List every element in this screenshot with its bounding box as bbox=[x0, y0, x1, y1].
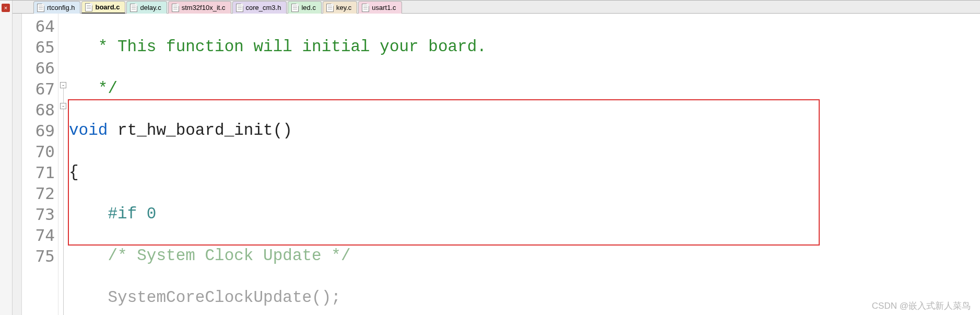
line-number: 70 bbox=[22, 141, 55, 162]
main-area: rtconfig.h board.c delay.c stm32f10x_it.… bbox=[13, 1, 980, 315]
fold-toggle-icon[interactable]: - bbox=[60, 103, 66, 109]
code-text: () bbox=[273, 121, 292, 139]
code-indent bbox=[69, 205, 108, 223]
fold-toggle-icon[interactable]: - bbox=[60, 82, 66, 88]
tab-delay[interactable]: delay.c bbox=[126, 1, 167, 14]
code-text bbox=[108, 121, 117, 139]
tab-label: stm32f10x_it.c bbox=[182, 4, 226, 11]
file-icon bbox=[236, 4, 243, 12]
line-number: 69 bbox=[22, 120, 55, 141]
tab-rtconfig[interactable]: rtconfig.h bbox=[33, 1, 80, 14]
tab-label: usart1.c bbox=[372, 4, 396, 11]
tab-usart1[interactable]: usart1.c bbox=[358, 1, 402, 14]
file-icon bbox=[130, 4, 137, 12]
watermark-text: CSDN @嵌入式新人菜鸟 bbox=[872, 300, 971, 312]
file-icon bbox=[291, 4, 299, 12]
tab-led[interactable]: led.c bbox=[288, 1, 321, 14]
code-disabled: SystemCoreClockUpdate(); bbox=[108, 288, 340, 307]
code-comment: */ bbox=[98, 79, 117, 98]
tab-board[interactable]: board.c bbox=[81, 1, 125, 14]
tab-stm32it[interactable]: stm32f10x_it.c bbox=[168, 1, 231, 14]
tab-label: key.c bbox=[336, 4, 351, 11]
file-icon bbox=[362, 4, 369, 12]
code-identifier: rt_hw_board_init bbox=[117, 121, 273, 139]
line-number: 73 bbox=[22, 204, 55, 225]
tab-label: led.c bbox=[301, 4, 315, 11]
tab-label: rtconfig.h bbox=[47, 4, 75, 11]
editor[interactable]: 64 65 66 67 68 69 70 71 72 73 74 75 - - … bbox=[13, 14, 980, 315]
tab-corecm3[interactable]: core_cm3.h bbox=[232, 1, 287, 14]
line-number: 72 bbox=[22, 183, 55, 204]
tab-label: core_cm3.h bbox=[246, 4, 281, 11]
file-icon bbox=[37, 4, 44, 12]
code-indent bbox=[69, 38, 98, 56]
code-comment: /* System Clock Update */ bbox=[108, 247, 350, 265]
line-number: 65 bbox=[22, 37, 55, 57]
line-number: 64 bbox=[22, 16, 55, 37]
tab-key[interactable]: key.c bbox=[323, 1, 357, 14]
left-gutter: × bbox=[0, 1, 13, 315]
tab-bar: rtconfig.h board.c delay.c stm32f10x_it.… bbox=[13, 1, 980, 14]
code-brace: { bbox=[69, 163, 79, 181]
fold-guide-line bbox=[63, 87, 64, 315]
tab-label: delay.c bbox=[140, 4, 161, 11]
code-indent bbox=[69, 247, 108, 265]
code-indent bbox=[69, 288, 108, 307]
tab-label: board.c bbox=[95, 3, 120, 11]
line-number: 66 bbox=[22, 57, 55, 78]
code-area[interactable]: * This function will initial your board.… bbox=[69, 14, 980, 315]
line-number: 75 bbox=[22, 246, 55, 266]
code-keyword: void bbox=[69, 121, 108, 139]
editor-margin bbox=[13, 14, 22, 315]
file-icon bbox=[85, 3, 92, 11]
line-number: 68 bbox=[22, 99, 55, 120]
app-frame: × rtconfig.h board.c delay.c stm32f10x_i… bbox=[0, 0, 980, 315]
code-indent bbox=[69, 79, 98, 98]
fold-gutter: - - bbox=[58, 14, 69, 315]
line-number: 71 bbox=[22, 162, 55, 183]
line-number-gutter: 64 65 66 67 68 69 70 71 72 73 74 75 bbox=[22, 14, 58, 315]
file-icon bbox=[326, 4, 334, 12]
code-preprocessor: #if 0 bbox=[108, 205, 156, 223]
file-icon bbox=[172, 4, 179, 12]
code-comment: * This function will initial your board. bbox=[98, 38, 487, 56]
line-number: 74 bbox=[22, 225, 55, 246]
close-icon[interactable]: × bbox=[2, 4, 10, 12]
line-number: 67 bbox=[22, 78, 55, 99]
